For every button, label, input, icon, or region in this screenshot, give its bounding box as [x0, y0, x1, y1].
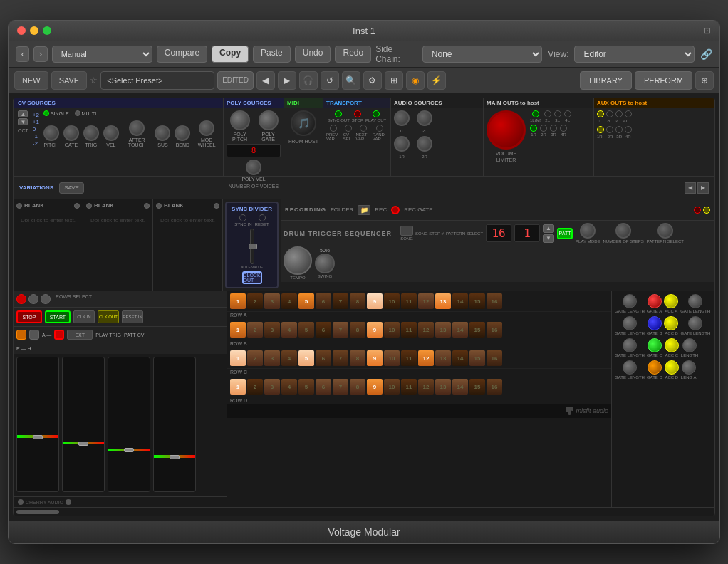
- poly-gate-knob[interactable]: [259, 110, 279, 130]
- view-selector[interactable]: Editor: [574, 46, 695, 63]
- a-button[interactable]: [29, 330, 39, 340]
- step-b-1[interactable]: 1: [230, 322, 246, 338]
- gate-length-a2-knob[interactable]: [688, 294, 702, 308]
- step-d-13[interactable]: 13: [435, 379, 451, 395]
- main-3l-jack[interactable]: [554, 110, 561, 118]
- step-b-5[interactable]: 5: [298, 322, 314, 338]
- audio-1l-knob[interactable]: [394, 110, 410, 126]
- gate-length-c2-knob[interactable]: [682, 338, 697, 352]
- paste-button[interactable]: Paste: [253, 46, 291, 63]
- step-d-3[interactable]: 3: [264, 379, 280, 395]
- new-button[interactable]: NEW: [14, 71, 48, 90]
- step-a-16[interactable]: 16: [487, 293, 502, 309]
- color-icon[interactable]: ◉: [406, 71, 425, 90]
- step-c-16[interactable]: 16: [487, 350, 502, 366]
- rec-gate-jack-1[interactable]: [694, 207, 701, 214]
- gate-length-a-knob[interactable]: [623, 294, 637, 308]
- cherry-dot-1[interactable]: [18, 499, 24, 505]
- arrow-left-icon[interactable]: ◀: [256, 71, 275, 90]
- more-icon[interactable]: ⊕: [695, 71, 714, 90]
- main-4r-jack[interactable]: [560, 125, 567, 132]
- variations-save-button[interactable]: SAVE: [59, 182, 84, 194]
- pitch-knob[interactable]: [43, 125, 59, 141]
- aux-3l-jack[interactable]: [615, 110, 623, 118]
- cv-up-arrow[interactable]: ▲: [18, 110, 28, 118]
- rec-gate-jack-2[interactable]: [703, 207, 710, 214]
- acc-a-knob[interactable]: [664, 294, 678, 308]
- step-a-7[interactable]: 7: [333, 293, 348, 309]
- audio-2l-knob[interactable]: [417, 110, 432, 126]
- redo-button[interactable]: Redo: [335, 46, 371, 63]
- aux-1r-jack[interactable]: [597, 126, 604, 133]
- main-2r-jack[interactable]: [540, 125, 547, 132]
- aux-4r-jack[interactable]: [625, 126, 632, 133]
- step-d-14[interactable]: 14: [452, 379, 468, 395]
- swing-knob[interactable]: [315, 254, 335, 273]
- perform-button[interactable]: PERFORM: [635, 71, 692, 90]
- gate-knob[interactable]: [63, 125, 79, 141]
- aux-1l-jack[interactable]: [597, 110, 604, 118]
- step-c-12[interactable]: 12: [418, 350, 434, 366]
- step-a-11[interactable]: 11: [401, 293, 417, 309]
- main-1lm-jack[interactable]: [532, 110, 539, 118]
- step-c-11[interactable]: 11: [401, 350, 417, 366]
- maximize-button[interactable]: [43, 26, 51, 35]
- step-c-1[interactable]: 1: [230, 350, 246, 366]
- play-trig-btn-1[interactable]: [16, 330, 26, 340]
- minimize-button[interactable]: [30, 26, 38, 35]
- step-c-6[interactable]: 6: [316, 350, 331, 366]
- step-d-1[interactable]: 1: [230, 379, 246, 395]
- single-radio[interactable]: SINGLE: [43, 110, 69, 116]
- var-nav-left[interactable]: ◀: [685, 182, 696, 194]
- seq-header-btn-1[interactable]: [16, 294, 26, 304]
- step-d-11[interactable]: 11: [401, 379, 417, 395]
- main-1r-jack[interactable]: [530, 125, 537, 132]
- gate-a-knob[interactable]: [648, 294, 662, 308]
- rand-var-jack[interactable]: [376, 125, 383, 132]
- folder-button[interactable]: 📁: [358, 205, 370, 215]
- step-c-9[interactable]: 9: [367, 350, 383, 366]
- gate-b-knob[interactable]: [648, 316, 662, 330]
- step-d-9[interactable]: 9: [367, 379, 383, 395]
- stop-btn[interactable]: STOP: [16, 310, 42, 323]
- search-icon[interactable]: 🔍: [342, 71, 360, 90]
- step-d-10[interactable]: 10: [384, 379, 400, 395]
- poly-pitch-knob[interactable]: [230, 110, 250, 130]
- nav-forward-button[interactable]: ›: [33, 46, 47, 62]
- volume-knob[interactable]: [487, 110, 526, 150]
- audio-2r-knob[interactable]: [417, 136, 432, 152]
- start-btn[interactable]: START: [45, 310, 71, 323]
- step-c-3[interactable]: 3: [264, 350, 280, 366]
- settings-icon[interactable]: ⚙: [363, 71, 382, 90]
- preset-selector[interactable]: Manual: [52, 46, 152, 63]
- main-4l-jack[interactable]: [564, 110, 571, 118]
- lightning-icon[interactable]: ⚡: [427, 71, 446, 90]
- reset-jack[interactable]: [259, 214, 266, 221]
- multi-radio[interactable]: MULTI: [75, 110, 96, 116]
- grid-icon[interactable]: ⊞: [385, 71, 403, 90]
- patt-button[interactable]: PATT: [557, 228, 573, 239]
- step-c-8[interactable]: 8: [350, 350, 365, 366]
- step-b-15[interactable]: 15: [469, 322, 485, 338]
- poly-vel-knob[interactable]: [246, 160, 261, 175]
- step-c-5[interactable]: 5: [298, 350, 314, 366]
- cv-down-arrow[interactable]: ▼: [18, 118, 28, 125]
- next-var-jack[interactable]: [360, 125, 367, 132]
- scrollbar-thumb[interactable]: [16, 510, 59, 514]
- step-b-4[interactable]: 4: [281, 322, 297, 338]
- seq-header-btn-3[interactable]: [41, 294, 51, 304]
- step-b-16[interactable]: 16: [487, 322, 502, 338]
- copy-button[interactable]: Copy: [212, 46, 249, 63]
- sidechain-selector[interactable]: None: [422, 46, 543, 63]
- loop-icon[interactable]: ↺: [321, 71, 339, 90]
- num-steps-knob[interactable]: [615, 223, 631, 239]
- play-mode-knob[interactable]: [580, 223, 596, 239]
- compare-button[interactable]: Compare: [157, 46, 207, 63]
- aux-3r-jack[interactable]: [615, 126, 623, 133]
- step-d-7[interactable]: 7: [333, 379, 348, 395]
- step-b-3[interactable]: 3: [264, 322, 280, 338]
- step-d-5[interactable]: 5: [298, 379, 314, 395]
- pat-down-btn[interactable]: ▼: [543, 234, 554, 243]
- step-b-6[interactable]: 6: [316, 322, 331, 338]
- trig-knob[interactable]: [83, 125, 99, 141]
